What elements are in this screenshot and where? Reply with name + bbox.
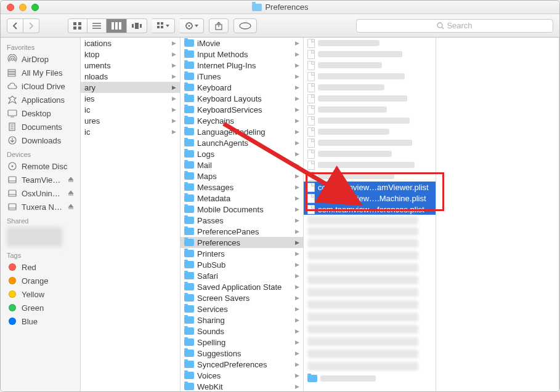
back-button[interactable] bbox=[7, 18, 23, 33]
column-row[interactable]: PreferencePanes▶ bbox=[181, 226, 303, 237]
column-row[interactable]: SyncedPreferences▶ bbox=[181, 359, 303, 370]
column-row-blurred[interactable] bbox=[304, 226, 436, 237]
column-row[interactable]: Printers▶ bbox=[181, 248, 303, 259]
sidebar-item[interactable]: Yellow bbox=[1, 287, 80, 301]
column-row[interactable]: iTunes▶ bbox=[181, 71, 303, 82]
column-row[interactable]: KeyboardServices▶ bbox=[181, 104, 303, 115]
eject-icon[interactable] bbox=[68, 177, 74, 183]
column-row[interactable]: ktop▶ bbox=[81, 49, 180, 60]
sidebar-item[interactable]: Green bbox=[1, 301, 80, 314]
column-row[interactable]: Suggestions▶ bbox=[181, 348, 303, 359]
column-row-blurred[interactable] bbox=[304, 286, 436, 298]
sidebar-item[interactable]: Desktop bbox=[1, 106, 80, 120]
column-row-selected[interactable]: com.teamview…amViewer.plist bbox=[304, 182, 436, 193]
column-row[interactable]: ures▶ bbox=[81, 115, 180, 126]
column-row[interactable]: WebKit▶ bbox=[181, 381, 303, 391]
sidebar-item[interactable]: Remote Disc bbox=[1, 159, 80, 173]
coverflow-view[interactable] bbox=[127, 18, 147, 33]
icon-view[interactable] bbox=[68, 18, 87, 33]
column-row-blurred[interactable] bbox=[304, 348, 436, 360]
share-button[interactable] bbox=[209, 18, 229, 33]
column-row[interactable]: Spelling▶ bbox=[181, 337, 303, 348]
column-row-selected[interactable]: com.teamview….Machine.plist bbox=[304, 193, 436, 204]
column-row[interactable]: Keyboard Layouts▶ bbox=[181, 93, 303, 104]
column-row[interactable]: Saved Application State▶ bbox=[181, 281, 303, 292]
column-row-blurred[interactable] bbox=[304, 170, 436, 182]
arrange-button[interactable] bbox=[152, 18, 175, 33]
sidebar-item[interactable]: iCloud Drive bbox=[1, 79, 80, 93]
column-row[interactable]: nloads▶ bbox=[81, 71, 180, 82]
column-4[interactable] bbox=[436, 38, 559, 391]
column-row-blurred[interactable] bbox=[304, 82, 436, 93]
column-row-blurred[interactable] bbox=[304, 215, 436, 226]
column-row-blurred[interactable] bbox=[304, 311, 436, 323]
column-row[interactable]: Maps▶ bbox=[181, 170, 303, 182]
column-row[interactable]: Screen Savers▶ bbox=[181, 292, 303, 303]
eject-icon[interactable] bbox=[68, 190, 74, 196]
column-row-blurred[interactable] bbox=[304, 249, 436, 262]
column-row-blurred[interactable] bbox=[304, 71, 436, 82]
column-row[interactable]: ications▶ bbox=[81, 38, 180, 49]
tags-button[interactable] bbox=[233, 18, 257, 33]
zoom-window[interactable] bbox=[31, 4, 39, 11]
column-row-blurred[interactable] bbox=[304, 159, 436, 170]
sidebar-item[interactable]: Downloads bbox=[1, 134, 80, 147]
column-row[interactable]: Logs▶ bbox=[181, 148, 303, 159]
column-row-blurred[interactable] bbox=[304, 93, 436, 104]
column-row[interactable]: ic▶ bbox=[81, 126, 180, 137]
column-row-blurred[interactable] bbox=[304, 60, 436, 71]
column-row[interactable]: Services▶ bbox=[181, 303, 303, 314]
column-3[interactable]: com.teamview…amViewer.plistcom.teamview…… bbox=[304, 38, 436, 391]
column-row[interactable]: Input Methods▶ bbox=[181, 49, 303, 60]
list-view[interactable] bbox=[87, 18, 107, 33]
column-row[interactable]: Keychains▶ bbox=[181, 115, 303, 126]
column-row[interactable]: Metadata▶ bbox=[181, 193, 303, 204]
column-view[interactable] bbox=[107, 18, 127, 33]
sidebar-item[interactable]: TeamVie… bbox=[1, 173, 80, 186]
column-row-blurred[interactable] bbox=[304, 323, 436, 335]
sidebar-item[interactable]: Applications bbox=[1, 93, 80, 106]
column-row[interactable]: ic▶ bbox=[81, 104, 180, 115]
column-row[interactable]: Sounds▶ bbox=[181, 326, 303, 337]
column-row-blurred[interactable] bbox=[304, 49, 436, 60]
column-row-blurred[interactable] bbox=[304, 372, 436, 385]
column-row-blurred[interactable] bbox=[304, 298, 436, 311]
column-row[interactable]: Mobile Documents▶ bbox=[181, 204, 303, 215]
column-2[interactable]: iMovie▶Input Methods▶Internet Plug-Ins▶i… bbox=[181, 38, 304, 391]
search-field[interactable]: Search bbox=[356, 19, 553, 33]
column-row-blurred[interactable] bbox=[304, 137, 436, 148]
column-row-blurred[interactable] bbox=[304, 274, 436, 286]
column-row[interactable]: ary▶ bbox=[81, 82, 180, 93]
column-row-blurred[interactable] bbox=[304, 335, 436, 348]
column-row-blurred[interactable] bbox=[304, 38, 436, 49]
sidebar-item[interactable]: Tuxera N… bbox=[1, 200, 80, 214]
column-row[interactable]: PubSub▶ bbox=[181, 259, 303, 270]
column-row[interactable]: Voices▶ bbox=[181, 370, 303, 381]
column-row-blurred[interactable] bbox=[304, 237, 436, 249]
column-1[interactable]: ications▶ktop▶uments▶nloads▶ary▶ies▶ic▶u… bbox=[81, 38, 181, 391]
column-row[interactable]: LanguageModeling▶ bbox=[181, 126, 303, 137]
eject-icon[interactable] bbox=[68, 204, 74, 210]
column-row[interactable]: Safari▶ bbox=[181, 270, 303, 281]
column-row[interactable]: Internet Plug-Ins▶ bbox=[181, 60, 303, 71]
column-row[interactable]: ies▶ bbox=[81, 93, 180, 104]
sidebar-item[interactable]: Red bbox=[1, 260, 80, 274]
column-row-blurred[interactable] bbox=[304, 262, 436, 274]
sidebar-item[interactable]: Documents bbox=[1, 120, 80, 134]
column-row[interactable]: iMovie▶ bbox=[181, 38, 303, 49]
column-row-blurred[interactable] bbox=[304, 360, 436, 372]
column-row[interactable]: Keyboard▶ bbox=[181, 82, 303, 93]
sidebar-item[interactable]: OsxUnin… bbox=[1, 186, 80, 200]
sidebar-item[interactable]: Blue bbox=[1, 314, 80, 328]
column-row[interactable]: uments▶ bbox=[81, 60, 180, 71]
column-row[interactable]: Preferences▶ bbox=[181, 237, 303, 248]
close-window[interactable] bbox=[7, 4, 14, 11]
forward-button[interactable] bbox=[23, 18, 39, 33]
column-row-blurred[interactable] bbox=[304, 115, 436, 126]
column-row[interactable]: Passes▶ bbox=[181, 215, 303, 226]
action-button[interactable] bbox=[180, 18, 204, 33]
column-row[interactable]: Sharing▶ bbox=[181, 314, 303, 326]
sidebar-item[interactable]: Orange bbox=[1, 274, 80, 287]
column-row[interactable]: Messages▶ bbox=[181, 182, 303, 193]
column-row[interactable]: Mail▶ bbox=[181, 159, 303, 170]
